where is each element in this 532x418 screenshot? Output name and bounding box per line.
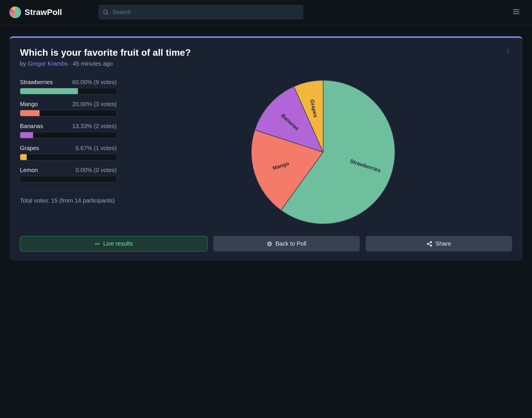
result-row: Bananas 13.33% (2 votes) [20, 123, 117, 138]
result-stat: 0.00% (0 votes) [76, 167, 117, 174]
result-stat: 20.00% (3 votes) [72, 101, 117, 108]
result-stat: 6.67% (1 votes) [76, 145, 117, 152]
svg-point-1 [103, 10, 107, 14]
result-name: Strawberries [20, 79, 53, 86]
poll-title: Which is your favorite fruit of all time… [20, 47, 191, 58]
search-icon [103, 9, 109, 16]
broadcast-icon [94, 241, 100, 247]
totals-text: Total votes: 15 (from 14 participants) [20, 196, 117, 205]
svg-point-12 [427, 243, 429, 244]
arrow-left-circle-icon [267, 241, 272, 247]
result-row: Lemon 0.00% (0 votes) [20, 167, 117, 182]
search-wrap [98, 5, 303, 20]
result-name: Mango [20, 101, 38, 108]
svg-point-8 [507, 52, 508, 53]
svg-point-10 [267, 241, 272, 246]
result-name: Lemon [20, 167, 38, 174]
poll-byline: by Gregor Krambs · 45 minutes ago [20, 60, 191, 67]
share-icon [427, 241, 432, 247]
bar-track [20, 110, 117, 116]
svg-point-6 [507, 49, 508, 50]
svg-point-13 [430, 245, 432, 246]
bar-fill [20, 88, 78, 94]
bar-track [20, 132, 117, 138]
result-name: Bananas [20, 123, 43, 130]
bar-fill [20, 154, 27, 160]
kebab-icon [505, 48, 511, 54]
brand[interactable]: StrawPoll [9, 6, 62, 18]
poll-card: Which is your favorite fruit of all time… [9, 36, 523, 261]
result-row: Strawberries 60.00% (9 votes) [20, 79, 117, 94]
app-header: StrawPoll [0, 0, 532, 25]
result-row: Mango 20.00% (3 votes) [20, 101, 117, 116]
result-row: Grapes 6.67% (1 votes) [20, 145, 117, 160]
bar-track [20, 154, 117, 160]
author-link[interactable]: Gregor Krambs [28, 60, 68, 67]
search-input[interactable] [98, 5, 303, 20]
bar-track [20, 88, 117, 94]
logo-icon [9, 6, 21, 18]
share-button[interactable]: Share [366, 236, 512, 252]
brand-name: StrawPoll [25, 8, 62, 17]
svg-point-9 [97, 243, 98, 244]
svg-point-11 [430, 241, 432, 243]
bar-fill [20, 132, 33, 138]
hamburger-icon [512, 8, 520, 16]
bar-track [20, 176, 117, 182]
results-list: Strawberries 60.00% (9 votes) Mango 20.0… [20, 79, 117, 225]
svg-line-15 [429, 244, 430, 245]
pie-chart: StrawberriesMangoBananasGrapes [250, 79, 396, 225]
more-options-button[interactable] [504, 47, 512, 57]
svg-point-7 [507, 51, 508, 52]
live-results-button[interactable]: Live results [20, 236, 207, 252]
result-stat: 60.00% (9 votes) [72, 79, 117, 86]
poll-time: 45 minutes ago [73, 60, 113, 67]
svg-line-2 [107, 13, 108, 15]
back-to-poll-button[interactable]: Back to Poll [213, 236, 360, 252]
menu-button[interactable] [510, 5, 523, 19]
result-name: Grapes [20, 145, 39, 152]
action-row: Live results Back to Poll Share [20, 236, 512, 252]
divider [20, 191, 117, 191]
bar-fill [20, 110, 40, 116]
result-stat: 13.33% (2 votes) [72, 123, 117, 130]
svg-line-14 [429, 242, 430, 243]
